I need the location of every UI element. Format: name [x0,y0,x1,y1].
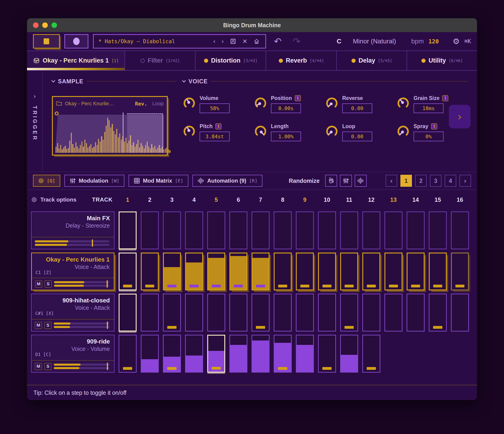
key-scale[interactable]: Minor (Natural) [353,38,396,45]
step-cell-2-15[interactable] [429,253,447,290]
track-card-3[interactable]: 909-hihat-closedVoice - AttackC#1 [X]MS [31,294,115,332]
step-cell-3-4[interactable] [185,294,203,332]
step-cell-3-14[interactable] [407,294,425,332]
slider-marker[interactable] [107,322,108,329]
track-card-2[interactable]: Okay - Perc Knurlies 1Voice - AttackC1 [… [31,253,115,290]
randomize-waveform-icon[interactable] [355,175,367,187]
knob-dial[interactable] [182,123,196,141]
sample-waveform-card[interactable]: Okay - Perc Knurlie… Rev. Loop [52,96,168,156]
step-cell-2-7[interactable] [252,253,270,290]
undo-button[interactable]: ↶ [271,37,285,46]
step-cell-1-3[interactable] [163,211,181,249]
step-cell-4-9[interactable] [296,335,314,373]
step-cell-2-1[interactable] [119,253,137,290]
step-cell-1-7[interactable] [252,211,270,249]
step-cell-3-13[interactable] [385,294,403,332]
step-cell-2-6[interactable] [229,253,247,290]
save-icon[interactable] [228,38,238,45]
step-cell-1-9[interactable] [296,211,314,249]
page-button-1[interactable]: 1 [400,175,412,187]
mute-button[interactable]: M [35,322,42,329]
knob-dial[interactable] [182,95,196,113]
key-root[interactable]: C [337,38,341,45]
track-options-label[interactable]: Track options [40,197,76,203]
page-button-3[interactable]: 3 [430,175,441,187]
step-cell-3-3[interactable] [163,294,181,332]
knob-value[interactable]: 3.84st [200,132,230,141]
step-cell-3-7[interactable] [252,294,270,332]
chevron-down-icon[interactable] [52,79,55,83]
bpm-value[interactable]: 120 [428,38,439,45]
step-cell-4-12[interactable] [362,335,380,373]
chevron-down-icon[interactable] [182,79,186,83]
step-cell-1-10[interactable] [318,211,336,249]
step-cell-2-9[interactable] [296,253,314,290]
knob-value[interactable]: 0.00s [271,103,301,113]
knob-value[interactable]: 18ms [414,103,443,113]
track-slider[interactable] [35,240,111,246]
step-cell-1-5[interactable] [207,211,225,249]
step-cell-2-5[interactable] [207,253,225,290]
close-file-button[interactable]: ✕ [241,38,249,45]
step-cell-1-1[interactable] [119,211,137,249]
tab-distortion[interactable]: Distortion[3/⌘3] [196,51,266,70]
step-cell-2-11[interactable] [340,253,358,290]
slider-marker[interactable] [107,280,108,288]
step-cell-2-3[interactable] [163,253,181,290]
step-cell-4-8[interactable] [274,335,292,373]
step-cell-2-8[interactable] [274,253,292,290]
step-cell-1-12[interactable] [362,211,380,249]
next-params-page-button[interactable]: › [449,105,470,128]
mute-button[interactable]: M [35,363,42,370]
knob-value[interactable]: 0% [414,132,443,141]
step-cell-1-4[interactable] [185,211,203,249]
knob-dial[interactable] [325,123,339,141]
step-cell-3-9[interactable] [296,294,314,332]
step-cell-2-13[interactable] [385,253,403,290]
step-cell-3-15[interactable] [429,294,447,332]
tab-reverb[interactable]: Reverb[4/⌘4] [266,51,337,70]
randomize-sliders-icon[interactable] [340,175,352,187]
step-cell-2-4[interactable] [185,253,203,290]
track-slider[interactable] [54,364,111,369]
knob-value[interactable]: 58% [200,103,230,113]
step-cell-3-10[interactable] [318,294,336,332]
tab-okay-perc-knurlies-1[interactable]: Okay - Perc Knurlies 1[1] [27,51,125,70]
step-cell-2-16[interactable] [451,253,469,290]
button-modulation[interactable]: Modulation[W] [64,175,124,187]
step-cell-3-6[interactable] [229,294,247,332]
gear-icon[interactable]: ⚙ [453,37,460,46]
step-cell-1-13[interactable] [385,211,403,249]
step-cell-1-15[interactable] [429,211,447,249]
step-cell-1-2[interactable] [141,211,159,249]
trigger-expand-icon[interactable]: › [34,93,36,100]
loop-toggle[interactable]: Loop [152,101,164,107]
mod-count-badge[interactable]: 1 [442,95,448,101]
knob-dial[interactable] [254,95,267,113]
randomize-dice-icon[interactable] [325,175,337,187]
mod-count-badge[interactable]: 1 [431,123,437,129]
step-cell-4-10[interactable] [318,335,336,373]
step-cell-2-14[interactable] [407,253,425,290]
button-mod-matrix[interactable]: Mod Matrix[E] [128,175,188,187]
preset-file-box[interactable]: * Hats/Okay — Diabolical ‹ › ✕ [93,34,266,48]
next-page-button[interactable]: › [459,175,471,187]
step-cell-1-14[interactable] [407,211,425,249]
track-slider[interactable] [54,323,111,328]
step-cell-4-6[interactable] [229,335,247,373]
solo-button[interactable]: S [44,322,52,329]
step-cell-1-6[interactable] [229,211,247,249]
slider-marker[interactable] [92,239,93,247]
redo-button[interactable]: ↷ [290,37,304,46]
reverse-toggle[interactable]: Rev. [135,101,147,107]
track-slider[interactable] [54,281,110,287]
step-cell-3-12[interactable] [362,294,380,332]
waveform-display[interactable] [55,109,164,153]
knob-dial[interactable] [396,123,410,141]
step-cell-3-1[interactable] [119,294,137,332]
step-cell-3-16[interactable] [451,294,469,332]
slider-marker[interactable] [107,363,108,370]
step-cell-3-2[interactable] [141,294,159,332]
solo-button[interactable]: S [44,363,52,370]
track-options-icon[interactable] [31,197,37,203]
